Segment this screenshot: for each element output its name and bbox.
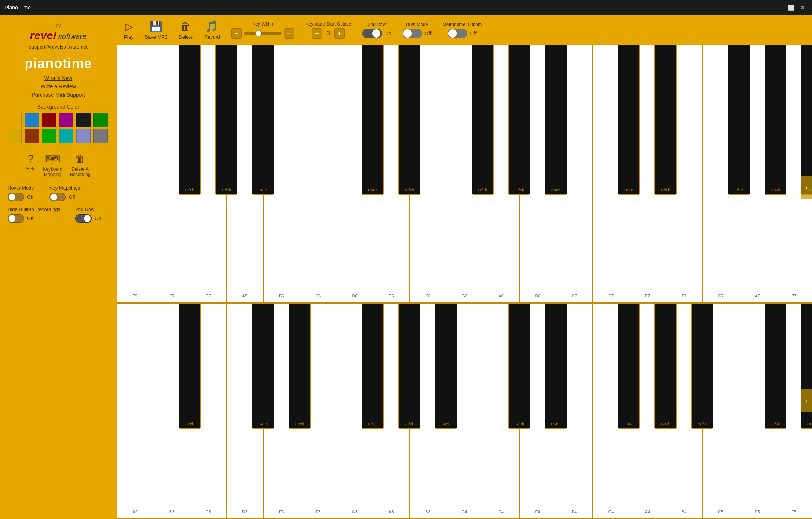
duet-mode-controls: Off xyxy=(403,29,431,38)
color-swatch-yellow[interactable] xyxy=(8,129,22,143)
piano-area: E5F5G5A5B5C6D6E6F6G6A6B6C7D7E7F7G7A7B7F♯… xyxy=(117,45,812,519)
help-icon: ? xyxy=(28,153,34,165)
black-key-A♯-Bb[interactable]: A♯/Bb xyxy=(179,304,201,429)
key-width-slider[interactable] xyxy=(244,32,282,35)
white-key-C6[interactable]: C6 xyxy=(300,45,336,303)
black-key-A♯-Bb[interactable]: A♯/Bb xyxy=(801,45,812,195)
key-width-plus-button[interactable]: + xyxy=(284,28,294,39)
second-row-sidebar-toggle-row: On xyxy=(75,214,101,223)
color-swatch-orange[interactable] xyxy=(8,113,22,127)
white-key-label-F5: F5 xyxy=(169,294,174,298)
black-key-A♯-Bb[interactable]: A♯/Bb xyxy=(435,304,457,429)
metronome-label: Metronome: 60bpm xyxy=(442,22,482,27)
save-mp3-button[interactable]: 💾 Save MP3 xyxy=(145,20,167,40)
color-swatch-blue[interactable] xyxy=(25,113,39,127)
octave-minus-button[interactable]: − xyxy=(312,28,322,39)
color-swatch-purple[interactable] xyxy=(59,113,73,127)
metronome-knob xyxy=(448,29,457,38)
email-link[interactable]: support@revelsoftware.net xyxy=(29,44,88,50)
hover-mode-toggle[interactable] xyxy=(8,193,24,201)
minimize-button[interactable]: ─ xyxy=(774,3,783,12)
black-key-G♯-Ab[interactable]: G♯/Ab xyxy=(398,304,420,429)
black-key-label-A♯-Bb: A♯/Bb xyxy=(698,422,707,426)
black-key-G♯-Ab[interactable]: G♯/Ab xyxy=(215,45,237,195)
black-key-G♯-Ab[interactable]: G♯/Ab xyxy=(508,45,530,195)
keyboard-icon: ⌨ xyxy=(45,153,60,165)
black-key-F♯-Gb[interactable]: F♯/Gb xyxy=(179,45,201,195)
black-key-A♯-Bb[interactable]: A♯/Bb xyxy=(252,45,274,195)
black-key-C♯-Db[interactable]: C♯/Db xyxy=(362,45,383,195)
second-row-toolbar-toggle[interactable] xyxy=(362,29,382,38)
black-key-D♯-Eb[interactable]: D♯/Eb xyxy=(398,45,420,195)
black-key-C♯-Db[interactable]: C♯/Db xyxy=(765,304,786,429)
second-row-sidebar-state: On xyxy=(95,215,101,221)
black-key-D♯-Eb[interactable]: D♯/Eb xyxy=(289,304,311,429)
color-swatch-darkred[interactable] xyxy=(42,113,56,127)
delete-recording-button[interactable]: 🗑 Delete ARecording xyxy=(70,153,91,178)
white-key-label-C7: C7 xyxy=(572,294,577,298)
black-key-G♯-Ab[interactable]: G♯/Ab xyxy=(765,45,786,195)
delete-button[interactable]: 🗑 Delete xyxy=(179,20,193,40)
key-mappings-toggle[interactable] xyxy=(49,193,66,201)
scroll-right-upper[interactable]: › xyxy=(801,176,812,199)
black-key-label-A♯-Bb: A♯/Bb xyxy=(185,422,194,426)
upper-white-keys: E5F5G5A5B5C6D6E6F6G6A6B6C7D7E7F7G7A7B7F♯… xyxy=(117,45,812,303)
color-swatch-gray[interactable] xyxy=(93,129,108,143)
close-button[interactable]: ✕ xyxy=(798,3,807,12)
purchase-midi-link[interactable]: Purchase Midi Support xyxy=(32,92,85,98)
color-swatch-black[interactable] xyxy=(76,113,91,127)
second-row-sidebar-toggle[interactable] xyxy=(75,214,92,223)
key-mappings-toggle-row: Off xyxy=(49,193,80,201)
black-key-C♯-Db[interactable]: C♯/Db xyxy=(252,304,274,429)
key-width-controls: − + xyxy=(231,28,294,39)
metronome-toggle[interactable] xyxy=(448,29,467,38)
piano-row-upper: E5F5G5A5B5C6D6E6F6G6A6B6C7D7E7F7G7A7B7F♯… xyxy=(117,45,812,303)
color-swatch-teal[interactable] xyxy=(59,129,73,143)
black-key-C♯-Db[interactable]: C♯/Db xyxy=(618,45,640,195)
black-key-F♯-Gb[interactable]: F♯/Gb xyxy=(472,45,494,195)
color-swatch-lime[interactable] xyxy=(42,129,56,143)
octave-plus-button[interactable]: + xyxy=(334,28,345,39)
help-button[interactable]: ? Help xyxy=(26,153,36,178)
duet-mode-toggle[interactable] xyxy=(403,29,422,38)
black-key-label-G♯-Ab: G♯/Ab xyxy=(515,188,524,192)
white-key-E5[interactable]: E5 xyxy=(117,45,153,303)
color-swatch-brown[interactable] xyxy=(25,129,39,143)
hide-built-in-toggle[interactable] xyxy=(8,214,24,223)
color-swatch-green[interactable] xyxy=(93,113,108,127)
hide-built-in-label: Hide Built-In Recordings xyxy=(8,206,60,212)
black-key-A♯-Bb[interactable]: A♯/Bb xyxy=(545,45,567,195)
black-key-label-G♯-Ab: G♯/Ab xyxy=(771,188,780,192)
piano-row-lower: A2B2C3D3E3F3G3A3B3C4D4E4F4G4A4B4C5D5E5A♯… xyxy=(117,303,812,519)
record-button[interactable]: 🎵 Record xyxy=(204,20,220,40)
maximize-button[interactable]: ⬜ xyxy=(786,3,795,12)
black-key-A♯-Bb[interactable]: A♯/Bb xyxy=(691,304,713,429)
black-key-F♯-Gb[interactable]: F♯/Gb xyxy=(728,45,750,195)
write-review-link[interactable]: Write a Review xyxy=(41,83,76,90)
white-key-label-D7: D7 xyxy=(608,294,614,298)
save-mp3-icon: 💾 xyxy=(150,20,163,33)
keyboard-mapping-label: KeyboardMapping xyxy=(43,167,62,178)
key-width-slider-thumb xyxy=(255,30,261,36)
black-key-label-F♯-Gb: F♯/Gb xyxy=(624,422,633,426)
black-key-G♯-Ab[interactable]: G♯/Ab xyxy=(654,304,676,429)
color-swatch-lavender[interactable] xyxy=(76,129,91,143)
key-width-minus-button[interactable]: − xyxy=(231,28,242,39)
scroll-right-lower[interactable]: › xyxy=(801,389,812,412)
black-key-F♯-Gb[interactable]: F♯/Gb xyxy=(362,304,383,429)
black-key-D♯-Eb[interactable]: D♯/Eb xyxy=(654,45,676,195)
play-button[interactable]: ▷ Play xyxy=(124,20,133,40)
white-key-label-D6: D6 xyxy=(352,294,357,298)
keyboard-mapping-button[interactable]: ⌨ KeyboardMapping xyxy=(43,153,62,178)
delete-icon: 🗑 xyxy=(75,153,85,165)
whats-new-link[interactable]: What's New xyxy=(44,75,72,81)
black-key-C♯-Db[interactable]: C♯/Db xyxy=(508,304,530,429)
white-key-label-G7: G7 xyxy=(718,294,724,298)
white-key-label-A2: A2 xyxy=(132,510,137,514)
black-key-F♯-Gb[interactable]: F♯/Gb xyxy=(618,304,640,429)
white-key-A2[interactable]: A2 xyxy=(117,304,153,519)
black-key-D♯-Eb[interactable]: D♯/Eb xyxy=(545,304,567,429)
duet-mode-label: Duet Mode xyxy=(406,22,428,27)
delete-toolbar-icon: 🗑 xyxy=(180,20,191,33)
octave-controls: − 3 + xyxy=(312,28,345,39)
